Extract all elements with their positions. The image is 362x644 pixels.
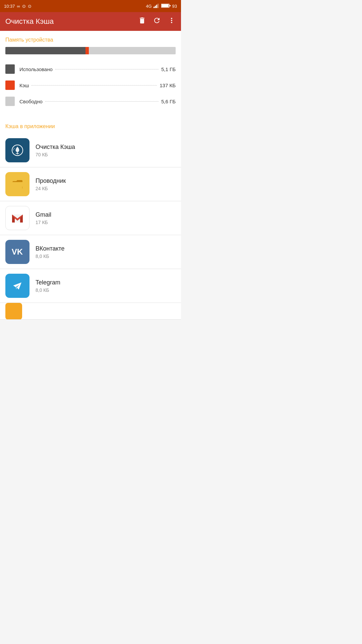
infinity-icon: ∞	[17, 4, 20, 9]
legend-row-cache: Кэш 137 КБ	[5, 77, 176, 93]
toolbar-actions	[138, 16, 176, 26]
more-options-button[interactable]	[168, 16, 176, 26]
status-left: 10:37 ∞ ⊙ ⊙	[4, 4, 32, 9]
app-info-cache-cleaner: Очистка Кэша 70 КБ	[36, 144, 176, 157]
apps-section-header: Кэша в приложении	[0, 117, 181, 133]
memory-section-header: Память устройства	[0, 31, 181, 47]
svg-rect-3	[158, 4, 159, 8]
app-size-gmail: 17 КБ	[36, 220, 176, 225]
app-item-gmail[interactable]: Gmail 17 КБ	[0, 201, 181, 235]
refresh-button[interactable]	[153, 16, 161, 26]
toolbar-title: Очистка Кэша	[5, 17, 138, 26]
app-size-telegram: 8,0 КБ	[36, 287, 176, 293]
app-icon-placeholder	[5, 303, 22, 320]
apps-section: Кэша в приложении Очистка Кэша 70 КБ	[0, 117, 181, 320]
app-icon-telegram	[5, 274, 29, 298]
svg-rect-0	[154, 7, 155, 8]
battery-icon	[161, 3, 171, 9]
app-list: Очистка Кэша 70 КБ Проводник 24 КБ	[0, 133, 181, 320]
signal-type: 4G	[146, 4, 152, 9]
svg-rect-5	[162, 4, 169, 7]
app-name-cache-cleaner: Очистка Кэша	[36, 144, 176, 151]
memory-legend: Использовано 5,1 ГБ Кэш 137 КБ Свободно …	[0, 60, 181, 115]
legend-label-free: Свободно	[19, 99, 161, 104]
svg-rect-1	[155, 6, 156, 8]
status-right: 4G 93	[146, 3, 177, 9]
check-icon-2: ⊙	[28, 4, 32, 9]
app-size-cache-cleaner: 70 КБ	[36, 152, 176, 157]
app-info-placeholder	[28, 311, 176, 312]
svg-text:VK: VK	[12, 247, 23, 256]
legend-row-used: Использовано 5,1 ГБ	[5, 61, 176, 77]
app-size-explorer: 24 КБ	[36, 186, 176, 191]
app-item-vk[interactable]: VK ВКонтакте 8,0 КБ	[0, 235, 181, 269]
legend-value-free: 5,6 ГБ	[161, 99, 176, 104]
app-size-vk: 8,0 КБ	[36, 254, 176, 259]
app-name-vk: ВКонтакте	[36, 245, 176, 252]
legend-label-used: Использовано	[19, 66, 161, 72]
app-icon-vk: VK	[5, 240, 29, 264]
legend-value-used: 5,1 ГБ	[161, 66, 176, 72]
app-info-telegram: Telegram 8,0 КБ	[36, 279, 176, 293]
legend-value-cache: 137 КБ	[160, 83, 176, 88]
time-display: 10:37	[4, 4, 15, 9]
legend-color-used	[5, 64, 15, 74]
main-content: Память устройства Использовано 5,1 ГБ Кэ…	[0, 31, 181, 320]
status-bar: 10:37 ∞ ⊙ ⊙ 4G 93	[0, 0, 181, 12]
signal-bars-icon	[154, 3, 160, 9]
legend-color-free	[5, 97, 15, 106]
memory-section: Память устройства Использовано 5,1 ГБ Кэ…	[0, 31, 181, 115]
svg-rect-2	[156, 5, 157, 8]
legend-row-free: Свободно 5,6 ГБ	[5, 93, 176, 109]
app-item-cache-cleaner[interactable]: Очистка Кэша 70 КБ	[0, 133, 181, 167]
app-icon-gmail	[5, 206, 29, 230]
app-info-gmail: Gmail 17 КБ	[36, 211, 176, 225]
app-icon-cache-cleaner	[5, 138, 29, 162]
app-item-explorer[interactable]: Проводник 24 КБ	[0, 167, 181, 201]
memory-bar-cache	[85, 47, 89, 54]
app-name-telegram: Telegram	[36, 279, 176, 286]
legend-label-cache: Кэш	[19, 83, 160, 88]
toolbar: Очистка Кэша	[0, 12, 181, 31]
svg-rect-6	[170, 5, 171, 6]
app-item-placeholder[interactable]	[0, 303, 181, 320]
battery-level: 93	[172, 4, 177, 9]
app-name-gmail: Gmail	[36, 211, 176, 218]
memory-bar-used	[5, 47, 85, 54]
memory-bar	[5, 47, 176, 54]
legend-color-cache	[5, 80, 15, 90]
app-name-explorer: Проводник	[36, 177, 176, 184]
check-icon-1: ⊙	[22, 4, 26, 9]
app-item-telegram[interactable]: Telegram 8,0 КБ	[0, 269, 181, 303]
app-icon-explorer	[5, 172, 29, 196]
app-info-explorer: Проводник 24 КБ	[36, 177, 176, 191]
app-info-vk: ВКонтакте 8,0 КБ	[36, 245, 176, 259]
delete-button[interactable]	[138, 16, 146, 26]
